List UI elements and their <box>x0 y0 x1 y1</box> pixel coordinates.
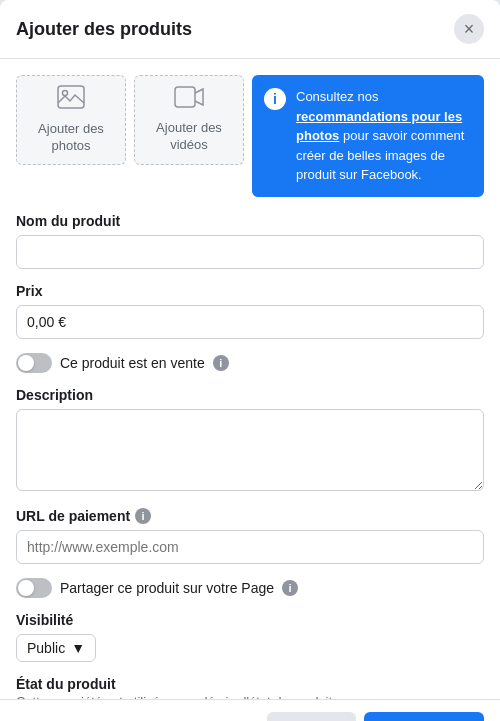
on-sale-info-icon: i <box>213 355 229 371</box>
add-product-modal: Ajouter des produits × Ajouter desphotos <box>0 0 500 721</box>
payment-url-field: URL de paiement i <box>16 508 484 564</box>
add-photos-label: Ajouter desphotos <box>38 121 104 155</box>
on-sale-label: Ce produit est en vente <box>60 355 205 371</box>
payment-url-input[interactable] <box>16 530 484 564</box>
on-sale-track <box>16 353 52 373</box>
share-page-info-icon: i <box>282 580 298 596</box>
description-field: Description <box>16 387 484 494</box>
svg-rect-2 <box>175 87 195 107</box>
photo-recommendations-box: i Consultez nos recommandations pour les… <box>252 75 484 197</box>
payment-url-info-icon: i <box>135 508 151 524</box>
product-name-field: Nom du produit <box>16 213 484 269</box>
share-page-track <box>16 578 52 598</box>
description-input[interactable] <box>16 409 484 491</box>
visibility-value: Public <box>27 640 65 656</box>
info-text: Consultez nos recommandations pour les p… <box>296 87 472 185</box>
visibility-label: Visibilité <box>16 612 484 628</box>
price-label: Prix <box>16 283 484 299</box>
svg-point-1 <box>63 91 68 96</box>
add-videos-button[interactable]: Ajouter desvidéos <box>134 75 244 165</box>
modal-header: Ajouter des produits × <box>0 0 500 59</box>
add-product-button[interactable]: Add Product <box>364 712 484 721</box>
price-field: Prix <box>16 283 484 339</box>
visibility-select[interactable]: Public ▼ <box>16 634 96 662</box>
on-sale-row: Ce produit est en vente i <box>16 353 484 373</box>
add-photos-button[interactable]: Ajouter desphotos <box>16 75 126 165</box>
add-videos-label: Ajouter desvidéos <box>156 120 222 154</box>
product-state-section: État du produit Cette propriété est util… <box>16 676 484 700</box>
product-name-input[interactable] <box>16 235 484 269</box>
product-name-label: Nom du produit <box>16 213 484 229</box>
chevron-down-icon: ▼ <box>71 640 85 656</box>
close-button[interactable]: × <box>454 14 484 44</box>
share-page-thumb <box>18 580 34 596</box>
share-page-row: Partager ce produit sur votre Page i <box>16 578 484 598</box>
on-sale-thumb <box>18 355 34 371</box>
cancel-button[interactable]: Annuler <box>267 712 356 721</box>
modal-body: Ajouter desphotos Ajouter desvidéos i Co… <box>0 59 500 699</box>
photo-icon <box>57 85 85 115</box>
info-icon: i <box>264 88 286 110</box>
visibility-field: Visibilité Public ▼ <box>16 612 484 662</box>
modal-footer: Annuler Add Product <box>0 699 500 721</box>
product-state-title: État du produit <box>16 676 484 692</box>
share-page-label: Partager ce produit sur votre Page <box>60 580 274 596</box>
media-section: Ajouter desphotos Ajouter desvidéos i Co… <box>16 75 484 197</box>
recommendations-link[interactable]: recommandations pour les photos <box>296 109 462 144</box>
share-page-toggle[interactable] <box>16 578 52 598</box>
description-label: Description <box>16 387 484 403</box>
price-input[interactable] <box>16 305 484 339</box>
svg-rect-0 <box>58 86 84 108</box>
payment-url-label: URL de paiement <box>16 508 130 524</box>
modal-title: Ajouter des produits <box>16 19 192 40</box>
video-icon <box>174 86 204 114</box>
on-sale-toggle[interactable] <box>16 353 52 373</box>
payment-url-label-row: URL de paiement i <box>16 508 484 524</box>
